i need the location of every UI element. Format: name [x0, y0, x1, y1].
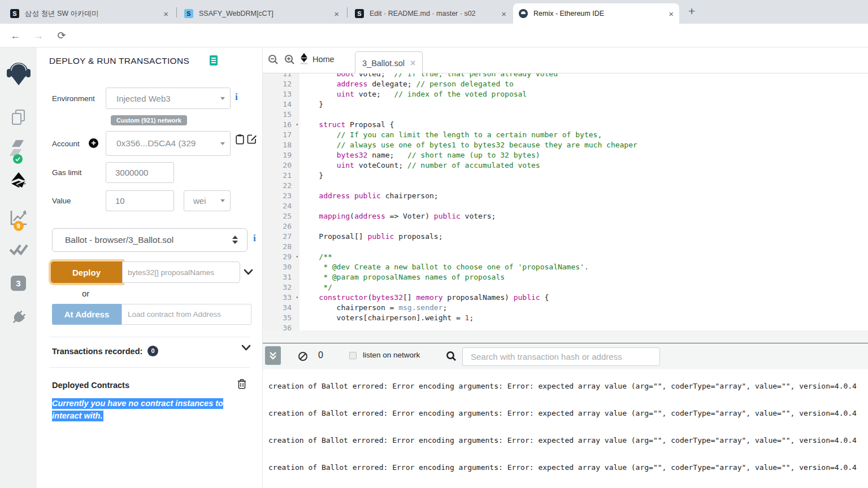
tab-close-icon[interactable]: × — [664, 9, 674, 19]
contract-select[interactable]: Ballot - browser/3_Ballot.sol — [52, 228, 248, 252]
code-line: 29▾ /** — [263, 252, 868, 262]
docs-icon[interactable] — [210, 55, 218, 66]
back-icon[interactable]: ← — [8, 29, 22, 42]
tab-close-icon[interactable]: × — [159, 9, 168, 19]
code-line: 14 } — [263, 99, 868, 110]
double-check-icon[interactable] — [0, 242, 37, 258]
plugin-3-icon[interactable]: 3 — [0, 276, 37, 291]
tab-close-icon[interactable]: × — [497, 9, 506, 19]
browser-tab-remix[interactable]: Remix - Ethereum IDE × — [513, 3, 679, 24]
browser-tab-strip: S 삼성 청년 SW 아카데미 × S SSAFY_WebDRM[cCT] × … — [0, 0, 868, 24]
deploy-run-panel: DEPLOY & RUN TRANSACTIONS Environment In… — [37, 47, 263, 488]
trash-icon[interactable] — [237, 378, 246, 389]
code-line: 22 — [263, 181, 868, 191]
account-label: Account — [52, 140, 80, 148]
tab-title: SSAFY_WebDRM[cCT] — [199, 10, 274, 18]
editor-tab-bar: remix Home 3_Ballot.sol × — [263, 47, 868, 73]
reload-icon[interactable]: ⟳ — [55, 29, 68, 42]
terminal-log-line: creation of Ballot errored: Error encodi… — [263, 369, 868, 396]
editor-area: remix Home 3_Ballot.sol × 11 bool voted;… — [263, 47, 868, 488]
solidity-compiler-icon[interactable] — [0, 139, 37, 162]
no-instances-message: Currently you have no contract instances… — [52, 397, 244, 422]
tab-title: 삼성 청년 SW 아카데미 — [25, 9, 99, 19]
listen-network-label: listen on network — [363, 351, 420, 359]
zoom-in-icon[interactable] — [284, 54, 295, 65]
value-unit-select[interactable]: wei — [184, 190, 231, 211]
code-line: 32 */ — [263, 282, 868, 293]
code-line: 20 uint voteCount; // number of accumula… — [263, 160, 868, 171]
clear-console-icon[interactable] — [298, 351, 308, 361]
transactions-collapse-icon[interactable] — [241, 345, 251, 351]
at-address-button[interactable]: At Address — [52, 304, 121, 325]
environment-info-icon[interactable]: i — [235, 91, 238, 103]
at-address-input[interactable] — [121, 304, 251, 325]
edit-account-icon[interactable] — [247, 134, 257, 144]
code-line: 34 chairperson = msg.sender; — [263, 303, 868, 313]
code-line: 12 address delegate; // person delegated… — [263, 79, 868, 89]
editor-scrollbar-track[interactable] — [263, 330, 868, 343]
gas-limit-label: Gas limit — [52, 168, 82, 177]
zoom-out-icon[interactable] — [268, 54, 279, 65]
value-unit: wei — [193, 196, 206, 206]
deploy-expand-icon[interactable] — [244, 269, 253, 276]
transactions-recorded-label: Transactions recorded: — [52, 347, 142, 356]
ssafy-dark-icon: S — [355, 9, 364, 18]
remix-logo-icon[interactable] — [0, 61, 37, 88]
plugin-manager-icon[interactable] — [0, 308, 37, 326]
tab-close-icon[interactable]: × — [329, 9, 339, 19]
terminal-expand-button[interactable] — [265, 346, 281, 365]
browser-tab-3[interactable]: S Edit · README.md · master · s02 × — [349, 3, 512, 24]
code-line: 26 — [263, 221, 868, 232]
terminal-search-input[interactable] — [462, 347, 660, 366]
terminal: 0 listen on network creation of Ballot e… — [263, 343, 868, 488]
tab-3-ballot-sol[interactable]: 3_Ballot.sol × — [355, 51, 423, 74]
code-editor[interactable]: 11 bool voted; // if true, that person a… — [263, 73, 868, 330]
code-line: 13 uint vote; // index of the voted prop… — [263, 89, 868, 99]
deploy-run-icon[interactable] — [0, 172, 37, 192]
pending-tx-count: 0 — [318, 350, 323, 360]
code-line: 21 } — [263, 171, 868, 181]
code-line: 18 // always use one of bytes1 to bytes3… — [263, 140, 868, 150]
network-badge: Custom (921) network — [111, 115, 187, 125]
contract-value: Ballot - browser/3_Ballot.sol — [65, 235, 173, 245]
terminal-log-line: creation of Ballot errored: Error encodi… — [263, 451, 868, 478]
forward-icon[interactable]: → — [32, 29, 45, 42]
account-select[interactable]: 0x356...D5CA4 (329 — [106, 131, 231, 156]
copy-account-icon[interactable] — [236, 134, 244, 145]
code-line: 31 * @param proposalNames names of propo… — [263, 272, 868, 282]
panel-title: DEPLOY & RUN TRANSACTIONS — [49, 56, 189, 66]
or-label: or — [82, 289, 89, 298]
code-line: 23 address public chairperson; — [263, 191, 868, 201]
deploy-args-input[interactable] — [122, 262, 240, 283]
close-icon[interactable]: × — [410, 58, 415, 68]
divider — [49, 337, 250, 337]
analysis-icon[interactable]: 9 — [0, 209, 37, 227]
code-line: 19 bytes32 name; // short name (up to 32… — [263, 150, 868, 160]
gas-limit-input[interactable] — [106, 162, 174, 183]
remix-diamond-icon: remix — [300, 53, 309, 65]
value-label: Value — [52, 197, 71, 205]
code-line: 27 Proposal[] public proposals; — [263, 232, 868, 242]
listen-network-checkbox[interactable] — [349, 352, 357, 359]
add-account-icon[interactable]: + — [89, 138, 98, 148]
value-input[interactable] — [106, 190, 174, 211]
remix-app: 9 3 DEPLOY & RUN TRANSACTIONS E — [0, 47, 868, 488]
transactions-count-badge: 0 — [147, 346, 158, 356]
tab-title: Remix - Ethereum IDE — [533, 10, 604, 18]
tab-separator — [176, 7, 177, 18]
terminal-log-list[interactable]: creation of Ballot errored: Error encodi… — [263, 369, 868, 488]
browser-tab-1[interactable]: S 삼성 청년 SW 아카데미 × — [5, 3, 174, 24]
tab-home[interactable]: Home — [313, 55, 335, 64]
browser-tab-2[interactable]: S SSAFY_WebDRM[cCT] × — [179, 3, 345, 24]
environment-select[interactable]: Injected Web3 — [106, 88, 231, 109]
file-explorer-icon[interactable] — [0, 108, 37, 127]
file-tab-label: 3_Ballot.sol — [362, 59, 405, 68]
code-line: 15 — [263, 110, 868, 120]
deploy-button[interactable]: Deploy — [51, 262, 122, 283]
new-tab-button[interactable]: + — [688, 5, 695, 18]
tab-title: Edit · README.md · master · s02 — [370, 10, 476, 18]
code-line: 24 — [263, 201, 868, 211]
code-line: 28 — [263, 242, 868, 252]
contract-info-icon[interactable]: i — [253, 233, 256, 244]
environment-value: Injected Web3 — [116, 94, 171, 103]
